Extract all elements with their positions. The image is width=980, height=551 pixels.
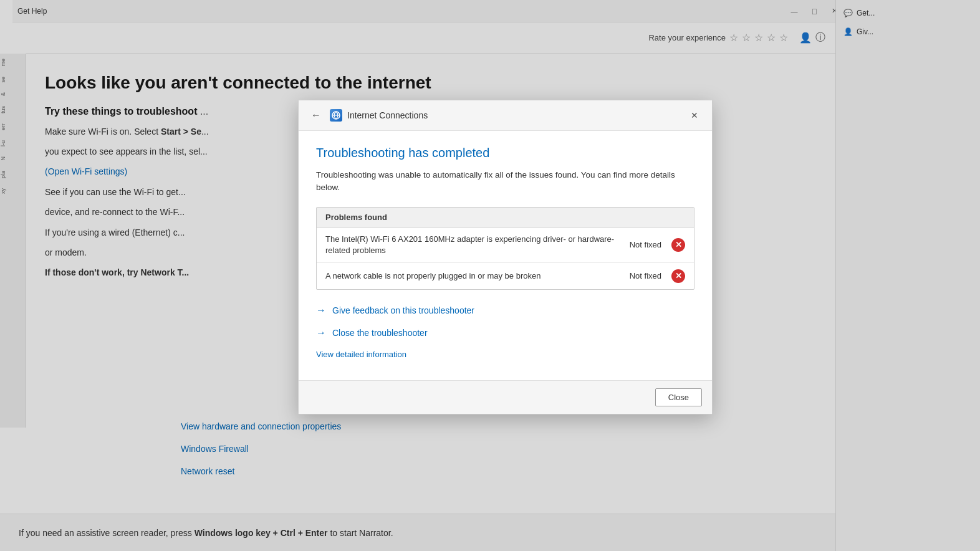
close-troubleshooter-text: Close the troubleshooter: [332, 328, 428, 338]
problem-status-2: Not fixed: [630, 271, 661, 280]
modal-titlebar: ← Internet Connections ✕: [299, 100, 712, 131]
arrow-icon-1: →: [316, 305, 326, 316]
modal-title-left: ← Internet Connections: [307, 108, 428, 122]
feedback-link-text: Give feedback on this troubleshooter: [332, 305, 474, 315]
modal-heading: Troubleshooting has completed: [316, 146, 694, 160]
view-details-link[interactable]: View detailed information: [316, 350, 694, 359]
modal-description: Troubleshooting was unable to automatica…: [316, 169, 694, 194]
modal-back-button[interactable]: ←: [307, 108, 325, 122]
arrow-icon-2: →: [316, 327, 326, 338]
x-icon-1: ✕: [675, 240, 682, 249]
modal-title-text: Internet Connections: [347, 110, 428, 120]
feedback-link[interactable]: → Give feedback on this troubleshooter: [316, 305, 694, 316]
internet-connections-dialog: ← Internet Connections ✕ Troubleshooting…: [298, 100, 713, 414]
problem-status-1: Not fixed: [630, 240, 661, 249]
error-icon-2: ✕: [671, 269, 685, 283]
modal-close-button[interactable]: Close: [655, 388, 702, 406]
modal-footer: Close: [299, 380, 712, 414]
modal-body: Troubleshooting has completed Troublesho…: [299, 131, 712, 380]
problem-row-2: A network cable is not properly plugged …: [317, 263, 694, 289]
problem-desc-2: A network cable is not properly plugged …: [325, 271, 625, 282]
x-icon-2: ✕: [675, 271, 682, 280]
error-icon-1: ✕: [671, 238, 685, 252]
problems-table: Problems found The Intel(R) Wi-Fi 6 AX20…: [316, 207, 694, 290]
internet-connections-icon: [330, 109, 342, 122]
close-troubleshooter-link[interactable]: → Close the troubleshooter: [316, 327, 694, 338]
problem-row-1: The Intel(R) Wi-Fi 6 AX201 160MHz adapte…: [317, 228, 694, 263]
modal-close-x-button[interactable]: ✕: [686, 107, 703, 124]
problem-desc-1: The Intel(R) Wi-Fi 6 AX201 160MHz adapte…: [325, 234, 625, 256]
problems-header: Problems found: [317, 208, 694, 228]
